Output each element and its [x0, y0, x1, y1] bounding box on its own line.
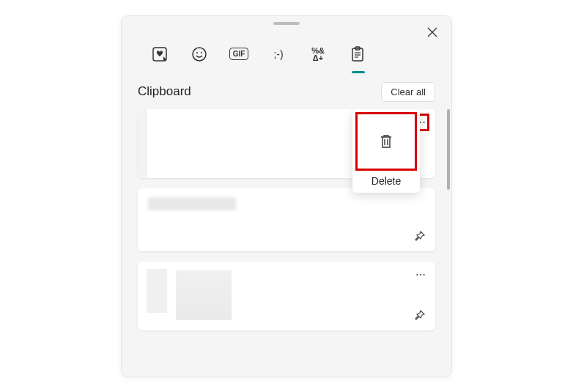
page-title: Clipboard	[138, 84, 191, 99]
emoji-clipboard-panel: GIF ;-) %& Δ+ Clipboard Clear all ⋯	[121, 15, 452, 377]
kaomoji-icon: ;-)	[273, 48, 283, 60]
delete-label: Delete	[352, 175, 420, 187]
tab-clipboard[interactable]	[347, 44, 368, 64]
clipboard-icon	[350, 46, 365, 62]
sticker-heart-icon	[152, 46, 168, 62]
category-tabs: GIF ;-) %& Δ+	[122, 31, 451, 72]
clear-all-button[interactable]: Clear all	[381, 82, 435, 102]
close-button[interactable]	[424, 23, 441, 41]
more-options-button[interactable]: ⋯	[412, 266, 429, 284]
smiley-icon	[191, 46, 207, 62]
item-thumbnail	[176, 270, 232, 320]
drag-handle[interactable]	[273, 22, 300, 25]
pin-icon	[413, 231, 425, 243]
context-menu: Delete	[352, 109, 420, 193]
scrollbar[interactable]	[447, 109, 450, 190]
tab-kaomoji[interactable]: ;-)	[268, 44, 289, 64]
pin-icon	[413, 310, 425, 322]
clipboard-item[interactable]: ⋯	[138, 262, 435, 330]
gif-icon: GIF	[229, 48, 249, 60]
clipboard-item[interactable]	[138, 188, 435, 251]
item-thumbnail	[138, 109, 147, 178]
tab-recent[interactable]	[149, 44, 170, 64]
svg-point-1	[193, 48, 206, 61]
item-thumbnail	[147, 269, 167, 313]
trash-icon	[379, 133, 393, 149]
clipboard-list: ⋯ Delete ⋯	[122, 109, 451, 366]
delete-menu-item[interactable]	[355, 112, 417, 171]
section-header: Clipboard Clear all	[122, 72, 451, 109]
item-text-preview	[148, 197, 236, 210]
pin-button[interactable]	[410, 228, 428, 245]
close-icon	[427, 27, 437, 37]
more-icon: ⋯	[415, 269, 426, 281]
symbols-icon: %& Δ+	[311, 47, 325, 62]
pin-button[interactable]	[410, 307, 428, 325]
tab-gif[interactable]: GIF	[229, 44, 249, 64]
tab-emoji[interactable]	[189, 44, 210, 64]
svg-point-2	[196, 52, 198, 53]
tab-symbols[interactable]: %& Δ+	[308, 44, 328, 64]
svg-point-3	[201, 52, 202, 53]
